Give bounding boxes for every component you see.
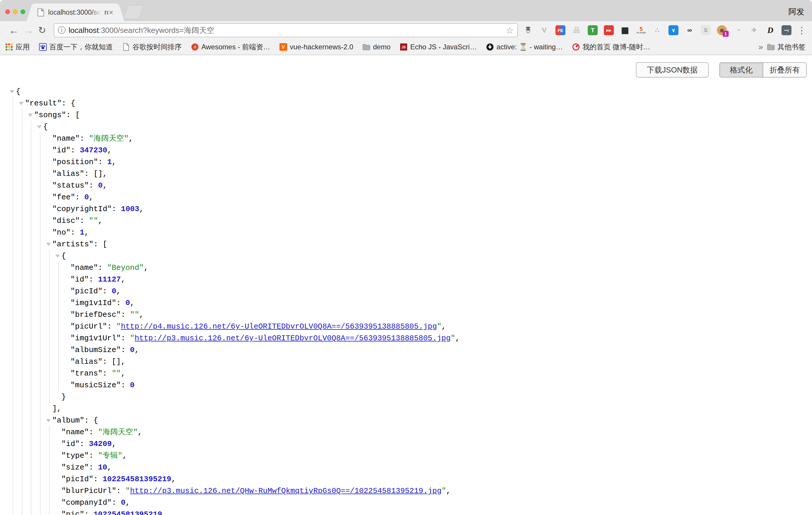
bookmarks-overflow-chevron[interactable]: »	[754, 42, 767, 52]
bookmark-item[interactable]: 应用	[5, 42, 30, 52]
sitemap-icon[interactable]: 品	[572, 25, 582, 35]
json-token: "alias"	[52, 169, 84, 178]
page-info-icon[interactable]: ⓘ	[58, 25, 66, 35]
html5-player-icon-subtext: PLAYER	[636, 32, 646, 34]
awesomes-icon: A	[191, 43, 199, 51]
json-line: "album": {	[0, 414, 812, 426]
json-token: 0	[130, 346, 135, 354]
close-window-button[interactable]	[5, 9, 10, 14]
json-line: }	[0, 391, 812, 403]
html5-player-icon[interactable]: 5PLAYER	[636, 25, 646, 35]
json-token: 1	[107, 158, 112, 167]
json-line: "musicSize": 0	[0, 379, 812, 391]
json-line: "picUrl": "http://p4.music.126.net/6y-Ul…	[0, 321, 812, 332]
svg-text:V: V	[282, 45, 285, 50]
collapse-triangle-icon[interactable]	[46, 419, 51, 422]
json-token: 10	[98, 463, 107, 472]
mask-json-icon-glyph: ∞	[687, 27, 692, 33]
bookmark-label: 百度一下，你就知道	[49, 42, 113, 52]
bookmark-item[interactable]: active: ⏳ - waiting…	[486, 43, 563, 51]
minimize-window-button[interactable]	[13, 9, 18, 14]
json-token: "id"	[70, 275, 89, 284]
chrome-menu-icon[interactable]: ⋮	[797, 25, 806, 35]
json-token: "id"	[61, 439, 80, 448]
new-tab-button[interactable]	[123, 5, 144, 19]
onepassword-icon[interactable]: •••|	[781, 25, 791, 35]
json-token: 0	[125, 298, 130, 307]
json-token: "trans"	[70, 369, 103, 378]
collapse-triangle-icon[interactable]	[10, 90, 14, 93]
collapse-triangle-icon[interactable]	[55, 255, 60, 258]
collapse-triangle-icon[interactable]	[28, 114, 33, 117]
json-link[interactable]: http://p3.music.126.net/6y-UleORITEDbvrO…	[135, 334, 451, 343]
bookmark-item[interactable]: demo	[362, 43, 390, 51]
json-line: {	[0, 121, 812, 133]
collapse-triangle-icon[interactable]	[37, 125, 42, 128]
browser-tab[interactable]: localhost:3000/search?keywo ×	[33, 3, 118, 21]
json-token: "pic"	[61, 510, 84, 515]
back-button[interactable]: ←	[9, 25, 19, 35]
qr-code-icon[interactable]: ▦	[620, 25, 630, 35]
fast-forward-icon[interactable]: ▶▶	[604, 25, 614, 35]
url-host: localhost	[69, 26, 99, 35]
json-line: "pic": 102254581395219,	[0, 509, 812, 515]
json-line: "position": 1,	[0, 156, 812, 168]
mask-json-icon[interactable]: ∞	[685, 25, 695, 35]
json-token: "blurPicUrl"	[61, 487, 116, 495]
profile-name[interactable]: 阿发	[788, 6, 804, 17]
json-token: ,	[135, 346, 139, 354]
bookmark-star-icon[interactable]: ☆	[506, 25, 514, 35]
bookmark-label: active: ⏳ - waiting…	[496, 43, 563, 51]
reload-button[interactable]: ↻	[38, 26, 46, 35]
json-line: "status": 0,	[0, 180, 812, 192]
weibo-eye-icon[interactable]: ◔	[733, 25, 743, 35]
qr-code-icon-glyph: ▦	[621, 26, 629, 34]
tampermonkey-shield-icon[interactable]: T	[588, 25, 598, 35]
json-link[interactable]: http://p4.music.126.net/6y-UleORITEDbvrO…	[121, 322, 437, 331]
json-token: ""	[89, 217, 98, 225]
tab-close-icon[interactable]: ×	[109, 8, 113, 16]
json-token: ],	[52, 404, 61, 413]
bookmark-item[interactable]: 我的首页 微博-随时…	[572, 42, 650, 52]
json-token: : [],	[84, 169, 107, 178]
json-token: "海阔天空"	[89, 134, 128, 143]
json-token: "musicSize"	[70, 381, 121, 390]
fehelper-icon[interactable]: FE	[555, 25, 566, 35]
json-token: :	[98, 158, 107, 167]
paw-icon[interactable]: ∴	[652, 25, 662, 35]
bookmark-item[interactable]: JSEcho JS - JavaScri…	[400, 43, 477, 51]
vue-icon: V	[280, 43, 287, 51]
bookmark-label: Awesomes - 前端资…	[201, 42, 270, 52]
s-icon[interactable]: S	[701, 25, 711, 35]
json-token: :	[107, 322, 116, 331]
json-token: "disc"	[52, 217, 80, 225]
d-letter-icon[interactable]: D	[765, 25, 775, 35]
pocket-icon[interactable]: ∨	[668, 25, 678, 35]
other-bookmarks-folder[interactable]: 其他书签	[767, 42, 806, 52]
json-token: :	[121, 381, 130, 390]
hummingbird-icon-glyph: ✈	[752, 27, 757, 33]
json-token: 0	[98, 181, 103, 190]
bookmark-label: 谷歌按时间排序	[133, 42, 182, 52]
other-bookmarks-label: 其他书签	[777, 42, 806, 52]
json-token: ,	[107, 146, 112, 155]
json-line: "name": "海阔天空",	[0, 133, 812, 144]
bookmark-item[interactable]: 谷歌按时间排序	[122, 42, 182, 52]
bookmark-item[interactable]: AAwesomes - 前端资…	[191, 42, 270, 52]
collapse-triangle-icon[interactable]	[46, 243, 51, 246]
collapse-triangle-icon[interactable]	[19, 102, 24, 105]
monkey-icon[interactable]: ◉1	[717, 25, 727, 35]
address-bar[interactable]: ⓘ localhost:3000/search?keywords=海阔天空 ☆	[54, 23, 518, 37]
hummingbird-icon[interactable]: ✈	[749, 25, 759, 35]
forward-button[interactable]: →	[24, 25, 33, 35]
json-line: "id": 347230,	[0, 144, 812, 156]
translate-icon[interactable]: 英en	[523, 25, 533, 35]
json-token: : {	[84, 416, 98, 425]
json-token: 0	[121, 498, 126, 507]
json-token: 1	[80, 228, 85, 237]
vue-icon[interactable]: V	[539, 25, 549, 35]
json-link[interactable]: http://p3.music.126.net/QHw-RuMwfQkmqtiy…	[130, 487, 441, 495]
bookmark-item[interactable]: Vvue-hackernews-2.0	[280, 43, 353, 51]
zoom-window-button[interactable]	[21, 9, 25, 14]
bookmark-item[interactable]: 百度一下，你就知道	[39, 42, 113, 52]
